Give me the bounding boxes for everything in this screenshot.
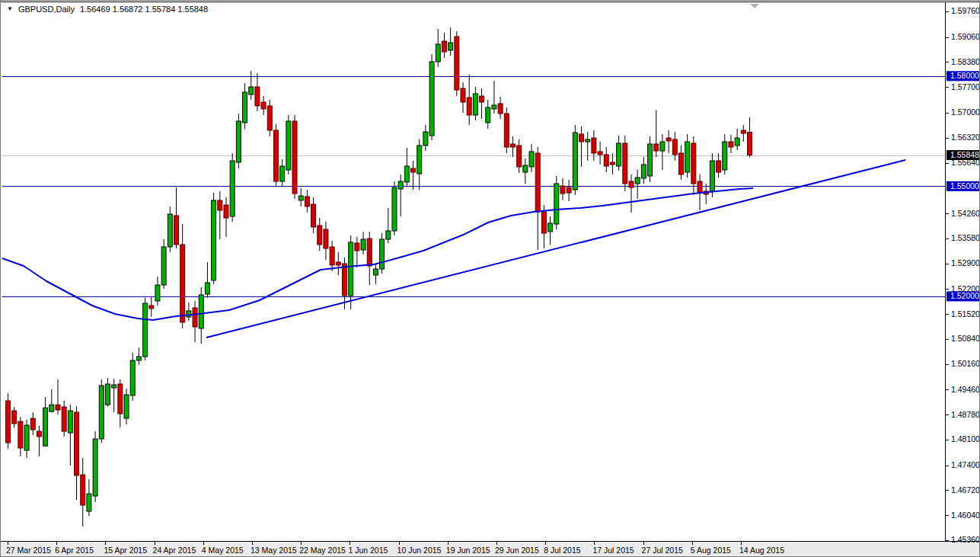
candle-body-bear bbox=[748, 133, 752, 155]
candle-body-bull bbox=[212, 200, 216, 280]
candle-body-bull bbox=[112, 385, 117, 388]
candle bbox=[623, 136, 627, 191]
candle-body-bull bbox=[586, 139, 590, 142]
candle-body-bear bbox=[367, 238, 372, 266]
candle-body-bull bbox=[87, 494, 91, 511]
candle-body-bull bbox=[168, 214, 172, 247]
candle-body-bear bbox=[654, 144, 659, 151]
candle-body-bear bbox=[461, 88, 465, 102]
candle bbox=[143, 298, 148, 360]
candle-body-bear bbox=[336, 262, 340, 265]
candle-body-bear bbox=[37, 431, 41, 437]
candle-body-bull bbox=[24, 425, 29, 450]
candle-body-bull bbox=[243, 92, 247, 123]
y-axis-label: 1.48780 bbox=[951, 410, 980, 419]
candle bbox=[230, 153, 235, 222]
candle-body-bear bbox=[517, 146, 522, 167]
candle-body-bear bbox=[330, 247, 334, 265]
x-axis-strip bbox=[1, 542, 980, 557]
candle-body-bear bbox=[541, 212, 546, 233]
candle-body-bear bbox=[510, 144, 515, 147]
price-chart-canvas[interactable]: 1.597601.590601.583801.577001.570001.563… bbox=[1, 1, 980, 557]
y-axis-label: 1.46720 bbox=[951, 485, 980, 495]
x-axis-label: 1 Jun 2015 bbox=[348, 546, 388, 555]
candle-body-bear bbox=[305, 197, 309, 206]
chart-legend: ▼ GBPUSD,Daily 1.56469 1.56872 1.55784 1… bbox=[7, 4, 208, 14]
candle-body-bear bbox=[623, 143, 627, 184]
chart-background bbox=[1, 1, 980, 557]
candle-body-bear bbox=[604, 155, 608, 166]
candle-body-bull bbox=[641, 165, 646, 178]
x-axis-label: 19 Jun 2015 bbox=[446, 546, 490, 555]
symbol-dropdown-icon[interactable]: ▼ bbox=[7, 6, 13, 12]
candle-body-bear bbox=[691, 143, 696, 184]
candle-body-bear bbox=[504, 114, 509, 147]
price-tag-1.55000: 1.55000 bbox=[946, 181, 980, 191]
candle-body-bull bbox=[205, 283, 209, 294]
candle-body-bull bbox=[380, 239, 385, 269]
candle-body-bull bbox=[417, 146, 422, 174]
x-axis-label: 13 May 2015 bbox=[251, 546, 297, 555]
candle-body-bear bbox=[567, 187, 571, 193]
y-axis-label: 1.57700 bbox=[951, 82, 980, 91]
candle-body-bull bbox=[143, 303, 148, 357]
candle-body-bear bbox=[218, 200, 222, 210]
y-axis-label: 1.47400 bbox=[951, 460, 980, 469]
candle-body-bull bbox=[187, 311, 191, 317]
price-tag-label: 1.55000 bbox=[950, 181, 979, 190]
candle-body-bear bbox=[56, 405, 60, 410]
x-axis-label: 17 Jul 2015 bbox=[592, 546, 634, 555]
candle bbox=[93, 431, 97, 502]
candle-body-bear bbox=[18, 421, 23, 448]
candle-body-bear bbox=[560, 186, 565, 194]
candle bbox=[236, 114, 241, 168]
x-axis-label: 8 Jul 2015 bbox=[544, 546, 581, 555]
candle-body-bear bbox=[411, 168, 416, 172]
candle-body-bear bbox=[729, 142, 733, 147]
candle-body-bear bbox=[193, 308, 197, 327]
y-axis-label: 1.48100 bbox=[951, 434, 980, 443]
candle-body-bear bbox=[442, 41, 446, 52]
candle-body-bear bbox=[81, 475, 85, 505]
candle-body-bull bbox=[573, 133, 577, 190]
candle bbox=[99, 379, 104, 443]
candle bbox=[161, 239, 166, 289]
candle-body-bull bbox=[286, 121, 291, 170]
y-axis-label: 1.59760 bbox=[951, 6, 980, 15]
candle-body-bear bbox=[267, 106, 272, 130]
chart-window: 1.597601.590601.583801.577001.570001.563… bbox=[0, 0, 980, 557]
candle-body-bear bbox=[149, 306, 154, 309]
x-axis-label: 27 Jul 2015 bbox=[642, 546, 683, 555]
legend-symbol: GBPUSD,Daily bbox=[18, 5, 75, 14]
candle-body-bear bbox=[12, 411, 17, 424]
candle-body-bear bbox=[174, 216, 178, 245]
candle-body-bull bbox=[155, 285, 160, 301]
candle-body-bull bbox=[398, 181, 403, 189]
candle-body-bull bbox=[161, 247, 166, 285]
candle-body-bear bbox=[672, 139, 677, 155]
candle-body-bear bbox=[480, 96, 484, 102]
price-tag-label: 1.55848 bbox=[950, 150, 979, 159]
candle-body-bear bbox=[255, 87, 260, 106]
candle-body-bull bbox=[529, 152, 534, 167]
candle-body-bull bbox=[735, 138, 739, 146]
candle-body-bull bbox=[130, 360, 135, 395]
y-axis-label: 1.58380 bbox=[951, 57, 980, 66]
price-tag-1.55848: 1.55848 bbox=[946, 150, 980, 160]
candle-body-bear bbox=[6, 401, 11, 443]
candle-body-bull bbox=[449, 43, 453, 50]
candle-body-bull bbox=[648, 144, 653, 176]
candle-body-bear bbox=[455, 37, 459, 90]
candle-body-bear bbox=[610, 162, 614, 165]
x-axis-label: 14 Aug 2015 bbox=[739, 546, 784, 555]
y-axis-label: 1.53580 bbox=[951, 233, 980, 242]
candle-body-bear bbox=[324, 229, 328, 248]
x-axis-label: 29 Jun 2015 bbox=[495, 546, 539, 555]
candle-body-bull bbox=[386, 231, 391, 239]
y-axis-label: 1.50840 bbox=[951, 334, 980, 343]
candle-body-bull bbox=[617, 143, 621, 166]
y-axis-label: 1.45360 bbox=[951, 535, 980, 544]
price-tag-label: 1.52000 bbox=[950, 291, 979, 300]
candle bbox=[573, 125, 577, 195]
candle-body-bull bbox=[436, 44, 440, 62]
